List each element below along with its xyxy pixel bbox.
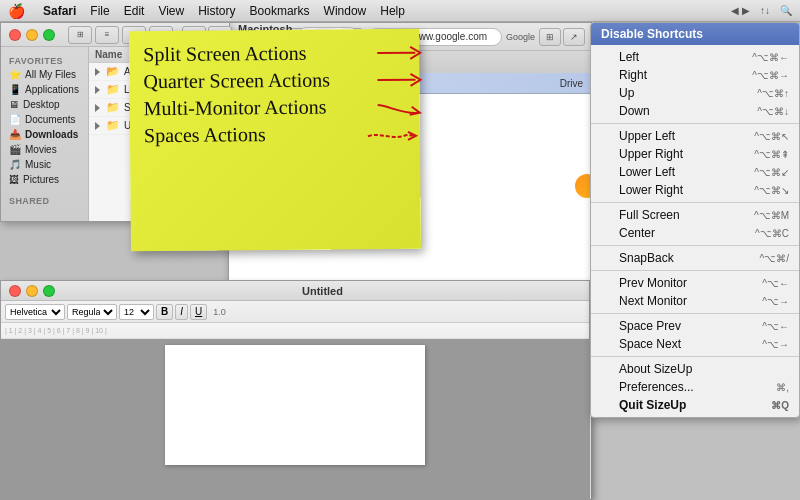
sizeup-section-directional: Left ^⌥⌘← Right ^⌥⌘→ Up ^⌥⌘↑ Down ^⌥⌘↓ <box>591 45 799 124</box>
pictures-icon: 🖼 <box>9 174 19 185</box>
sizeup-item-upper-left[interactable]: Upper Left ^⌥⌘↖ <box>591 127 799 145</box>
sizeup-item-space-prev[interactable]: Space Prev ^⌥← <box>591 317 799 335</box>
menubar-edit[interactable]: Edit <box>124 4 145 18</box>
folder-icon-library: 📁 <box>106 83 120 96</box>
favorites-header: FAVORITES <box>1 53 88 67</box>
menubar-file[interactable]: File <box>90 4 109 18</box>
sizeup-section-snapback: SnapBack ^⌥⌘/ <box>591 246 799 271</box>
arrow-4 <box>366 124 426 149</box>
expand-arrow-lib <box>95 86 100 94</box>
bold-button[interactable]: B <box>156 304 173 320</box>
wp-titlebar: Untitled <box>1 281 589 301</box>
apple-menu[interactable]: 🍎 <box>8 3 25 19</box>
sizeup-item-up[interactable]: Up ^⌥⌘↑ <box>591 84 799 102</box>
arrow-1 <box>375 41 425 65</box>
menubar: 🍎 Safari File Edit View History Bookmark… <box>0 0 800 22</box>
wp-minimize-button[interactable] <box>26 285 38 297</box>
font-style-select[interactable]: Regular <box>67 304 117 320</box>
wp-zoom-button[interactable] <box>43 285 55 297</box>
sizeup-bottom-section: About SizeUp Preferences... ⌘, Quit Size… <box>591 357 799 417</box>
sticky-line-3: Multi-Monitor Actions <box>144 95 406 120</box>
sizeup-item-left[interactable]: Left ^⌥⌘← <box>591 48 799 66</box>
sizeup-dropdown-menu: Disable Shortcuts Left ^⌥⌘← Right ^⌥⌘→ U… <box>590 22 800 418</box>
menubar-history[interactable]: History <box>198 4 235 18</box>
safari-btn-extra2[interactable]: ↗ <box>563 28 585 46</box>
sidebar-item-desktop[interactable]: 🖥 Desktop <box>1 97 88 112</box>
expand-arrow <box>95 68 100 76</box>
folder-icon-apps: 📂 <box>106 65 120 78</box>
google-label: Google <box>506 32 535 42</box>
desktop-icon: 🖥 <box>9 99 19 110</box>
sizeup-item-space-next[interactable]: Space Next ^⌥→ <box>591 335 799 353</box>
sizeup-item-about[interactable]: About SizeUp <box>591 360 799 378</box>
safari-btn-extra1[interactable]: ⊞ <box>539 28 561 46</box>
sizeup-section-space: Space Prev ^⌥← Space Next ^⌥→ <box>591 314 799 357</box>
wp-title: Untitled <box>64 285 581 297</box>
wp-page <box>165 345 425 465</box>
menubar-right-items: ◀ ▶ ↑↓ 🔍 <box>731 5 792 16</box>
menubar-window[interactable]: Window <box>324 4 367 18</box>
italic-button[interactable]: I <box>175 304 188 320</box>
sizeup-section-corners: Upper Left ^⌥⌘↖ Upper Right ^⌥⌘⇞ Lower L… <box>591 124 799 203</box>
sidebar-item-documents[interactable]: 📄 Documents <box>1 112 88 127</box>
expand-arrow-sys <box>95 104 100 112</box>
movies-icon: 🎬 <box>9 144 21 155</box>
underline-button[interactable]: U <box>190 304 207 320</box>
sidebar-item-music[interactable]: 🎵 Music <box>1 157 88 172</box>
arrow-2 <box>375 68 425 92</box>
sizeup-item-prev-monitor[interactable]: Prev Monitor ^⌥← <box>591 274 799 292</box>
sidebar-item-all-my-files[interactable]: ⭐ All My Files <box>1 67 88 82</box>
wp-ruler: | 1 | 2 | 3 | 4 | 5 | 6 | 7 | 8 | 9 | 10… <box>1 323 589 339</box>
wp-document-area[interactable] <box>1 339 589 499</box>
font-family-select[interactable]: Helvetica <box>5 304 65 320</box>
traffic-lights <box>9 29 55 41</box>
sizeup-menu-title: Disable Shortcuts <box>591 23 799 45</box>
wp-formatting-bar: Helvetica Regular 12 B I U 1.0 <box>1 301 589 323</box>
sizeup-item-preferences[interactable]: Preferences... ⌘, <box>591 378 799 396</box>
sidebar-item-movies[interactable]: 🎬 Movies <box>1 142 88 157</box>
drive-link[interactable]: Drive <box>560 78 583 89</box>
wp-close-button[interactable] <box>9 285 21 297</box>
sizeup-item-quit[interactable]: Quit SizeUp ⌘Q <box>591 396 799 414</box>
sizeup-item-lower-right[interactable]: Lower Right ^⌥⌘↘ <box>591 181 799 199</box>
sizeup-item-snapback[interactable]: SnapBack ^⌥⌘/ <box>591 249 799 267</box>
font-size-select[interactable]: 12 <box>119 304 154 320</box>
applications-icon: 📱 <box>9 84 21 95</box>
sidebar-item-downloads[interactable]: 📥 Downloads <box>1 127 88 142</box>
menubar-bookmarks[interactable]: Bookmarks <box>250 4 310 18</box>
sizeup-item-lower-left[interactable]: Lower Left ^⌥⌘↙ <box>591 163 799 181</box>
view-icon-btn[interactable]: ⊞ <box>68 26 92 44</box>
menubar-view[interactable]: View <box>158 4 184 18</box>
view-list-btn[interactable]: ≡ <box>95 26 119 44</box>
sticky-note: Split Screen Actions Quarter Screen Acti… <box>129 29 421 252</box>
close-button[interactable] <box>9 29 21 41</box>
sizeup-item-next-monitor[interactable]: Next Monitor ^⌥→ <box>591 292 799 310</box>
folder-icon-system: 📁 <box>106 101 120 114</box>
sizeup-item-upper-right[interactable]: Upper Right ^⌥⌘⇞ <box>591 145 799 163</box>
expand-arrow-usr <box>95 122 100 130</box>
all-files-icon: ⭐ <box>9 69 21 80</box>
documents-icon: 📄 <box>9 114 21 125</box>
sidebar-item-pictures[interactable]: 🖼 Pictures <box>1 172 88 187</box>
minimize-button[interactable] <box>26 29 38 41</box>
line-height-label: 1.0 <box>213 307 226 317</box>
shared-header: SHARED <box>1 193 88 207</box>
sticky-line-4: Spaces Actions <box>144 122 406 147</box>
sizeup-section-monitor: Prev Monitor ^⌥← Next Monitor ^⌥→ <box>591 271 799 314</box>
sizeup-item-center[interactable]: Center ^⌥⌘C <box>591 224 799 242</box>
sizeup-item-fullscreen[interactable]: Full Screen ^⌥⌘M <box>591 206 799 224</box>
sizeup-item-down[interactable]: Down ^⌥⌘↓ <box>591 102 799 120</box>
wp-traffic-lights <box>9 285 55 297</box>
maximize-button[interactable] <box>43 29 55 41</box>
menubar-help[interactable]: Help <box>380 4 405 18</box>
menubar-safari[interactable]: Safari <box>43 4 76 18</box>
music-icon: 🎵 <box>9 159 21 170</box>
word-processor-window: Untitled Helvetica Regular 12 B I U 1.0 … <box>0 280 590 500</box>
sizeup-section-full: Full Screen ^⌥⌘M Center ^⌥⌘C <box>591 203 799 246</box>
sizeup-item-right[interactable]: Right ^⌥⌘→ <box>591 66 799 84</box>
downloads-icon: 📥 <box>9 129 21 140</box>
orange-circle <box>575 174 591 198</box>
sticky-line-2: Quarter Screen Actions <box>143 68 405 93</box>
sidebar-item-applications[interactable]: 📱 Applications <box>1 82 88 97</box>
sticky-line-1: Split Screen Actions <box>143 41 405 66</box>
